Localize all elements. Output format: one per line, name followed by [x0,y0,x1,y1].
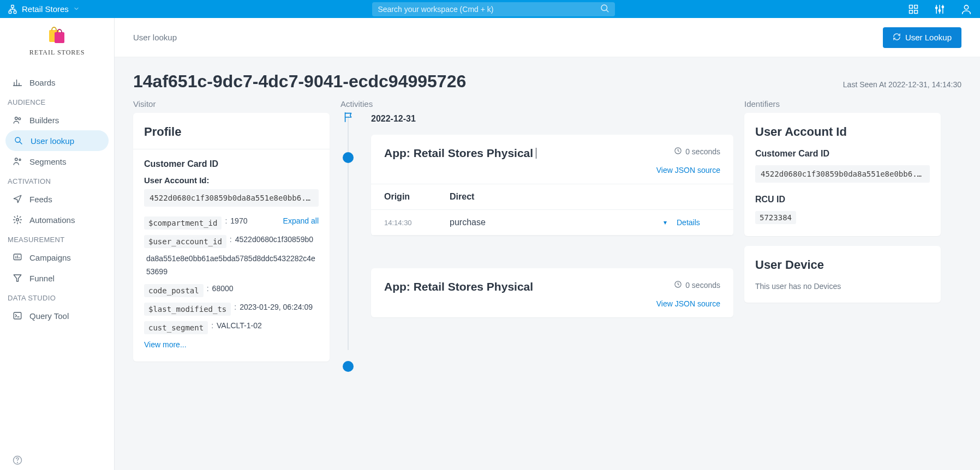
kv-row: code_postal : 68000 [144,284,319,297]
view-json-link[interactable]: View JSON source [656,299,720,308]
nav-campaigns[interactable]: Campaigns [0,247,114,268]
user-account-id-overflow: da8a551e8e0bb61ae5bda5785d8ddc5432282c4e… [146,252,319,279]
user-search-icon [13,136,24,146]
section-datastudio: DATA STUDIO [0,288,114,305]
send-icon [12,194,23,204]
nav-label: Boards [29,78,56,87]
svg-point-22 [15,117,18,120]
rcu-id-value: 5723384 [755,211,796,224]
activity-origin-row: Origin Direct [371,184,733,210]
caret-down-icon [73,4,80,14]
brand-logo: RETAIL STORES [0,26,114,57]
content: User lookup User Lookup 14af651c-9dc7-4d… [115,18,980,470]
expand-all-link[interactable]: Expand all [283,216,319,225]
last-seen: Last Seen At 2022-12-31, 14:14:30 [843,80,961,89]
kv-row: $user_account_id : 4522d0680c1f30859b0 [144,235,319,248]
user-icon[interactable] [960,3,972,15]
activity-event-row[interactable]: 14:14:30 purchase ▾ Details [371,210,733,236]
user-device-card: User Device This user has no Devices [744,246,941,303]
chevron-down-icon[interactable]: ▾ [654,219,677,226]
timeline-dot [343,361,354,372]
svg-rect-6 [915,5,918,8]
device-empty-text: This user has no Devices [755,282,930,291]
activity-card: App: Retail Stores Physical 0 seconds Vi… [371,268,733,317]
divider [133,149,330,149]
svg-line-25 [20,142,22,144]
nav-boards[interactable]: Boards [0,72,114,93]
user-lookup-button[interactable]: User Lookup [883,27,961,48]
shopping-bags-icon [46,26,69,45]
chart-bar-icon [12,77,23,87]
page-header: User lookup User Lookup [115,18,980,57]
help-icon[interactable] [12,455,23,468]
column-label-activities: Activities [340,99,733,109]
activity-duration: 0 seconds [674,280,720,290]
page-title: 14af651c-9dc7-4dc7-9041-ecdc94995726 [133,71,466,92]
search-icon [600,3,609,15]
workspace-selector[interactable]: Retail Stores [22,4,80,14]
svg-point-23 [19,118,21,120]
user-account-id-label: User Account Id: [144,176,319,185]
timeline-date: 2022-12-31 [371,113,733,124]
nav-user-lookup[interactable]: User lookup [5,130,109,151]
nav-label: Segments [29,157,67,166]
settings-sliders-icon[interactable] [934,4,945,15]
kv-row: $compartment_id : 1970 [144,216,283,230]
svg-rect-8 [915,10,918,13]
nav-label: Builders [29,116,59,125]
activity-card: App: Retail Stores Physical 0 seconds Vi… [371,135,733,236]
nav-query-tool[interactable]: Query Tool [0,305,114,326]
flag-icon [342,111,355,124]
kv-row: cust_segment : VALCLT-1-02 [144,321,319,334]
svg-point-26 [15,158,18,161]
nav-funnel[interactable]: Funnel [0,268,114,288]
svg-rect-35 [14,312,21,319]
gear-icon [12,215,23,225]
column-label-visitor: Visitor [133,99,330,109]
refresh-icon [893,33,901,43]
funnel-icon [12,273,23,283]
search-placeholder: Search your workspace (Cmd + k) [378,5,600,14]
user-account-id-title: User Account Id [755,125,930,139]
user-device-title: User Device [755,258,930,272]
section-measurement: MEASUREMENT [0,230,114,247]
svg-point-14 [942,6,943,8]
section-audience: AUDIENCE [0,93,114,110]
global-search[interactable]: Search your workspace (Cmd + k) [372,2,615,16]
details-link[interactable]: Details [677,218,720,227]
svg-marker-28 [14,195,21,203]
nav-automations[interactable]: Automations [0,209,114,230]
nav-segments[interactable]: Segments [0,151,114,172]
nav-label: Funnel [29,274,55,283]
profile-title: Profile [144,125,319,139]
nav-label: Campaigns [29,253,71,262]
dashboard-icon [12,252,23,262]
svg-point-13 [939,9,940,11]
activity-duration: 0 seconds [674,147,720,156]
segment-icon [12,156,23,166]
user-account-id-value: 4522d0680c1f30859b0da8a551e8e0bb6... [144,189,319,207]
nav-label: User lookup [31,136,74,146]
view-json-link[interactable]: View JSON source [656,166,720,174]
workspace-name: Retail Stores [22,4,69,14]
nav-feeds[interactable]: Feeds [0,189,114,209]
svg-rect-7 [910,10,913,13]
activities-timeline: 2022-12-31 App: Retail Stores Physical 0… [340,113,733,350]
sidebar: RETAIL STORES Boards AUDIENCE Builders U… [0,18,115,470]
section-activation: ACTIVATION [0,172,114,189]
clock-icon [674,280,682,290]
apps-grid-icon[interactable] [908,4,919,15]
profile-card: Profile Customer Card ID User Account Id… [133,113,330,361]
nav-builders[interactable]: Builders [0,110,114,130]
nav-label: Automations [29,215,75,225]
text-cursor [536,148,536,159]
rcu-id-label: RCU ID [755,195,930,204]
svg-point-12 [936,7,937,8]
sitemap-icon [8,4,17,14]
topbar: Retail Stores Search your workspace (Cmd… [0,0,980,18]
customer-card-id-label: Customer Card ID [144,159,319,169]
svg-marker-34 [14,275,21,281]
timeline-dot [343,152,354,163]
svg-point-24 [15,137,20,142]
view-more-link[interactable]: View more... [144,340,187,349]
